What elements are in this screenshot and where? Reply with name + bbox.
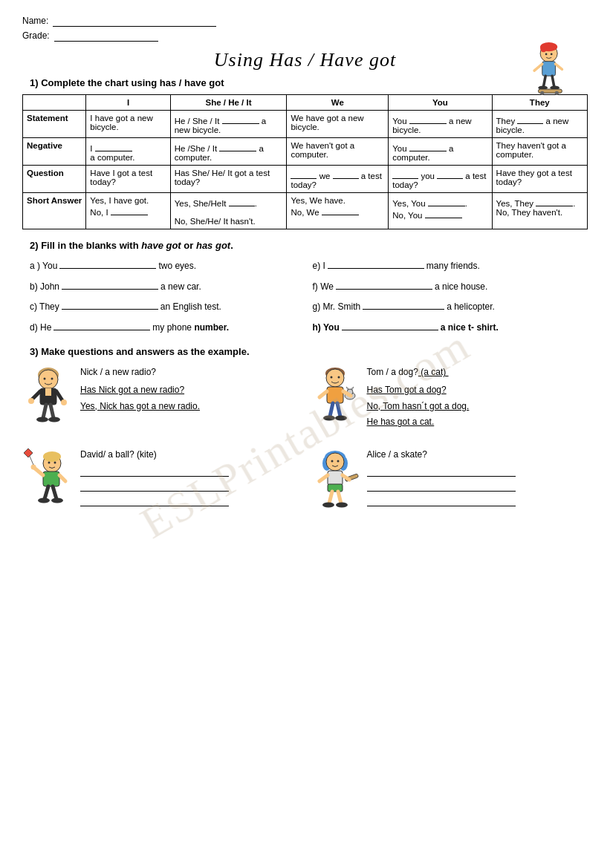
boy2-svg (309, 365, 361, 431)
fill-item-h: h) You a nice t- shirt. (313, 320, 581, 336)
blank[interactable] (291, 169, 317, 179)
alice-prompt: Alice / a skate? (367, 447, 516, 463)
nick-character-icon (22, 365, 74, 434)
blank[interactable] (333, 169, 359, 179)
david-answer-lines (80, 466, 229, 506)
david-line1[interactable] (80, 466, 229, 477)
svg-line-70 (338, 492, 341, 503)
cell-negative-i: I a computer. (86, 138, 170, 166)
fill-label-h: h) You (313, 320, 340, 336)
alice-line3[interactable] (367, 496, 516, 506)
fill-blank-d[interactable] (53, 320, 150, 330)
blank[interactable] (322, 205, 359, 215)
svg-point-62 (331, 460, 333, 463)
blank[interactable] (229, 196, 255, 206)
cell-statement-they: They a new bicycle. (492, 111, 587, 138)
grade-field[interactable] (54, 30, 158, 42)
svg-rect-65 (328, 484, 343, 492)
girl1-svg (309, 447, 361, 518)
blank[interactable] (536, 196, 573, 206)
svg-line-67 (319, 475, 328, 481)
fill-blank-e[interactable] (328, 258, 424, 269)
row-label-negative: Negative (23, 138, 86, 166)
david-qa-text: David/ a ball? (kite) (80, 447, 229, 506)
svg-point-17 (44, 378, 46, 380)
svg-line-25 (43, 405, 46, 418)
tom-character-icon (309, 365, 361, 434)
svg-point-24 (61, 399, 67, 405)
blank[interactable] (425, 208, 462, 218)
name-field[interactable] (53, 15, 216, 27)
svg-point-51 (31, 465, 36, 470)
svg-line-6 (534, 64, 542, 71)
col-header-she: She / He / It (170, 95, 287, 111)
section2-instruction: 2) Fill in the blanks with have got or h… (30, 240, 588, 251)
svg-line-26 (51, 405, 53, 418)
svg-line-49 (34, 468, 43, 475)
svg-point-31 (330, 376, 332, 379)
blank[interactable] (219, 141, 256, 151)
nick-answer2: Yes, Nick has got a new radio. (80, 399, 200, 415)
cell-statement-we: We have got a new bicycle. (287, 111, 389, 138)
svg-rect-48 (43, 471, 59, 486)
fill-blank-g[interactable] (363, 299, 444, 310)
qa-item-tom: Tom / a dog? (a cat) Has Tom got a dog? … (309, 365, 588, 434)
cell-sa-they: Yes, They .No, They haven't. (492, 193, 587, 229)
blank[interactable] (437, 169, 463, 179)
svg-point-42 (323, 416, 335, 421)
svg-point-72 (336, 503, 348, 508)
cell-sa-she: Yes, She/HeIt .No, She/He/ It hasn't. (170, 193, 287, 229)
fill-blank-h[interactable] (342, 320, 438, 330)
david-line2[interactable] (80, 481, 229, 492)
fill-blank-c[interactable] (62, 299, 158, 310)
col-header-i: I (86, 95, 170, 111)
svg-rect-64 (328, 471, 343, 486)
cell-negative-you: You a computer. (389, 138, 492, 166)
fill-blank-b[interactable] (62, 279, 158, 290)
svg-point-32 (337, 376, 340, 379)
cell-question-i: Have I got a test today? (86, 166, 170, 193)
fill-label-b: b) John (30, 279, 59, 296)
fill-blank-f[interactable] (336, 279, 432, 290)
blank[interactable] (392, 169, 418, 179)
alice-line2[interactable] (367, 481, 516, 492)
page-title: Using Has / Have got (22, 49, 588, 71)
cell-question-they: Have they got a test today? (492, 166, 587, 193)
fill-item-c: c) They an English test. (30, 299, 298, 316)
svg-line-41 (337, 403, 340, 417)
blank[interactable] (409, 141, 447, 151)
fill-item-a: a ) You two eyes. (30, 258, 298, 275)
grammar-table: I She / He / It We You They Statement I … (22, 94, 588, 229)
svg-point-56 (38, 498, 50, 503)
blank[interactable] (409, 114, 447, 124)
svg-line-68 (343, 475, 349, 480)
blank[interactable] (517, 114, 543, 124)
david-line3[interactable] (80, 496, 229, 506)
table-row-statement: Statement I have got a new bicycle. He /… (23, 111, 588, 138)
fill-item-b: b) John a new car. (30, 279, 298, 296)
cell-question-she: Has She/ He/ It got a test today? (170, 166, 287, 193)
qa-item-nick: Nick / a new radio? Has Nick got a new r… (22, 365, 302, 434)
nick-qa-text: Nick / a new radio? Has Nick got a new r… (80, 365, 200, 414)
alice-line1[interactable] (367, 466, 516, 477)
fill-suffix-a: two eyes. (158, 258, 196, 275)
blank[interactable] (111, 205, 148, 215)
fill-blank-a[interactable] (59, 258, 156, 269)
svg-line-54 (45, 486, 48, 499)
table-row-short-answer: Short Answer Yes, I have got.No, I Yes, … (23, 193, 588, 229)
fill-label-d: d) He (30, 320, 51, 336)
fill-grid: a ) You two eyes. e) I many friends. b) … (30, 258, 580, 336)
svg-point-61 (326, 453, 344, 471)
row-label-short-answer: Short Answer (23, 193, 86, 229)
david-character-icon (22, 447, 74, 520)
blank[interactable] (95, 141, 132, 151)
svg-point-4 (551, 53, 553, 56)
col-header-we: We (287, 95, 389, 111)
blank[interactable] (428, 196, 465, 206)
fill-item-d: d) He my phone number. (30, 320, 298, 336)
blank[interactable] (222, 114, 259, 124)
section3: 3) Make questions and answers as the exa… (22, 346, 588, 526)
svg-marker-36 (346, 387, 349, 390)
svg-point-43 (335, 416, 347, 421)
svg-point-16 (39, 370, 58, 389)
